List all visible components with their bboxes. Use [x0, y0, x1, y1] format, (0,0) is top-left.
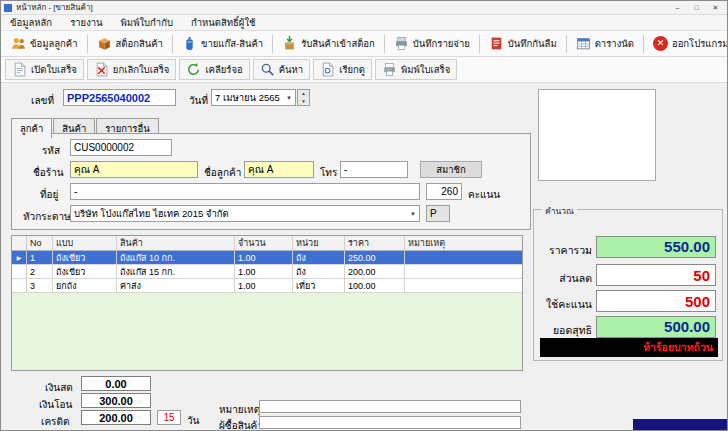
toolbar-button-label: พิมพ์ใบเสร็จ [401, 62, 450, 77]
items-table: No แบบ สินค้า จำนวน หน่วย ราคา หมายเหตุ … [11, 235, 523, 371]
discount-field[interactable] [596, 264, 716, 286]
toolbar-button-receive-stock[interactable]: รับสินค้าเข้าสต็อก [276, 33, 381, 54]
toolbar-button-label: เรียกดู [339, 62, 365, 77]
cash-field[interactable] [81, 376, 151, 391]
cell-price: 250.00 [345, 251, 405, 264]
toolbar-button-sell-gas[interactable]: ขายแก๊ส-สินค้า [176, 33, 269, 54]
customer-code-label: รหัส [42, 143, 60, 158]
customer-panel: รหัส ชื่อร้าน ชื่อลูกค้า โทร สมาชิก ที่อ… [11, 133, 531, 230]
minimize-button[interactable]: – [669, 2, 686, 13]
toolbar-button-label: ค้นหา [279, 62, 303, 77]
col-type: แบบ [53, 236, 117, 250]
cell-note [405, 279, 522, 292]
app-icon [4, 4, 12, 12]
spin-up-icon[interactable]: ▲ [298, 90, 309, 98]
menu-user-permissions[interactable]: กำหนดสิทธิ์ผู้ใช้ [182, 15, 265, 30]
toolbar-button-record-expense[interactable]: บันทึกรายจ่าย [388, 33, 476, 54]
points-label: คะแนน [468, 187, 500, 202]
paper-header-select[interactable]: บริษัท โป่งแก๊สไทย ไฮเทค 2015 จำกัด ▼ [70, 205, 420, 222]
expense-icon [394, 36, 409, 51]
buyer-field[interactable] [259, 416, 521, 429]
paper-header-code-field[interactable] [426, 205, 450, 222]
app-window: หน้าหลัก - [ขายสินค้า] – □ ✕ ข้อมูลหลัก … [0, 0, 728, 431]
customer-code-field[interactable] [70, 139, 172, 156]
row-pointer-icon: ▶ [12, 251, 27, 264]
paper-header-label: หัวกระดาษ [23, 209, 71, 224]
customer-name-label: ชื่อลูกค้า [204, 165, 241, 180]
toolbar-button-label: ยกเลิกใบเสร็จ [113, 62, 170, 77]
cancel-receipt-button[interactable]: ยกเลิกใบเสร็จ [87, 59, 177, 80]
toolbar-button-exit[interactable]: ✕ ออกโปรแกรม [647, 33, 728, 54]
use-points-field[interactable] [596, 290, 716, 312]
toolbar-button-stock[interactable]: สต็อกสินค้า [91, 33, 169, 54]
sell-gas-icon [182, 36, 197, 51]
menu-reports[interactable]: รายงาน [61, 15, 111, 30]
use-points-label: ใช้คะแนน [536, 296, 592, 313]
clear-screen-button[interactable]: เคลียร์จอ [179, 59, 249, 80]
note-field[interactable] [259, 400, 521, 413]
memo-icon [489, 36, 504, 51]
open-receipt-button[interactable]: เปิดใบเสร็จ [5, 59, 84, 80]
table-row[interactable]: 2 ถังเขียว ถังแก๊ส 15 กก. 1.00 ถัง 200.0… [12, 265, 522, 279]
toolbar-button-label: ขายแก๊ส-สินค้า [201, 36, 263, 51]
menu-print-invoice[interactable]: พิมพ์ใบกำกับ [112, 15, 182, 30]
menu-main-data[interactable]: ข้อมูลหลัก [1, 15, 61, 30]
toolbar-button-schedule[interactable]: ตารางนัด [570, 33, 640, 54]
cancel-receipt-icon [94, 62, 109, 77]
spin-down-icon[interactable]: ▼ [298, 98, 309, 106]
row-selector [12, 279, 27, 292]
date-spinner[interactable]: ▲ ▼ [297, 89, 310, 106]
credit-field[interactable] [81, 410, 151, 425]
tab-customer[interactable]: ลูกค้า [11, 118, 52, 138]
recall-button[interactable]: เรียกดู [313, 59, 372, 80]
toolbar-button-label: เคลียร์จอ [205, 62, 242, 77]
receipt-toolbar: เปิดใบเสร็จ ยกเลิกใบเสร็จ เคลียร์จอ ค้นห… [1, 57, 727, 83]
toolbar-button-memo[interactable]: บันทึกกันลืม [483, 33, 563, 54]
date-picker[interactable]: 7 เมษายน 2565 ▼ [211, 89, 296, 106]
cell-product: ถังแก๊ส 10 กก. [117, 251, 235, 264]
shop-name-field[interactable] [70, 161, 198, 178]
toolbar-button-label: ข้อมูลลูกค้า [30, 36, 78, 51]
print-receipt-button[interactable]: พิมพ์ใบเสร็จ [375, 59, 457, 80]
schedule-icon [576, 36, 591, 51]
member-badge: สมาชิก [420, 161, 482, 178]
cell-unit: เที่ยว [293, 279, 345, 292]
toolbar-separator [172, 35, 173, 53]
maximize-button[interactable]: □ [688, 2, 705, 13]
credit-days-field[interactable] [157, 410, 181, 425]
product-image-box [538, 89, 656, 181]
customers-icon [11, 36, 26, 51]
chevron-down-icon: ▼ [286, 95, 292, 101]
receipt-number-field[interactable] [63, 89, 176, 106]
customer-name-field[interactable] [244, 161, 314, 178]
points-field[interactable] [426, 183, 462, 200]
date-label: วันที่ [189, 93, 208, 108]
amount-in-words: ห้าร้อยบาทถ้วน [540, 338, 718, 357]
cell-no: 3 [27, 279, 53, 292]
close-button[interactable]: ✕ [707, 2, 724, 13]
search-icon [260, 62, 275, 77]
table-row[interactable]: 3 ยกถัง ค่าส่ง 1.00 เที่ยว 100.00 [12, 279, 522, 293]
toolbar-separator [87, 35, 88, 53]
phone-field[interactable] [340, 161, 408, 178]
toolbar-button-label: รับสินค้าเข้าสต็อก [301, 36, 375, 51]
table-row[interactable]: ▶ 1 ถังเขียว ถังแก๊ส 10 กก. 1.00 ถัง 250… [12, 251, 522, 265]
address-field[interactable] [70, 183, 420, 200]
cell-product: ถังแก๊ส 15 กก. [117, 265, 235, 278]
col-quantity: จำนวน [235, 236, 293, 250]
calc-group: คำนวณ ราคารวม 550.00 ส่วนลด ใช้คะแนน ยอด… [533, 209, 723, 361]
net-total-label: ยอดสุทธิ [536, 322, 592, 339]
row-selector-header [12, 236, 27, 250]
transfer-field[interactable] [81, 393, 151, 408]
cell-type: ถังเขียว [53, 251, 117, 264]
cell-note [405, 251, 522, 264]
search-button[interactable]: ค้นหา [253, 59, 310, 80]
col-unit: หน่วย [293, 236, 345, 250]
receipt-number-label: เลขที่ [31, 93, 54, 108]
days-label: วัน [187, 413, 199, 428]
toolbar-button-customers[interactable]: ข้อมูลลูกค้า [5, 33, 84, 54]
net-total-value: 500.00 [596, 316, 716, 338]
row-selector [12, 265, 27, 278]
note-label: หมายเหตุ [219, 402, 260, 417]
cash-label: เงินสด [45, 380, 73, 395]
